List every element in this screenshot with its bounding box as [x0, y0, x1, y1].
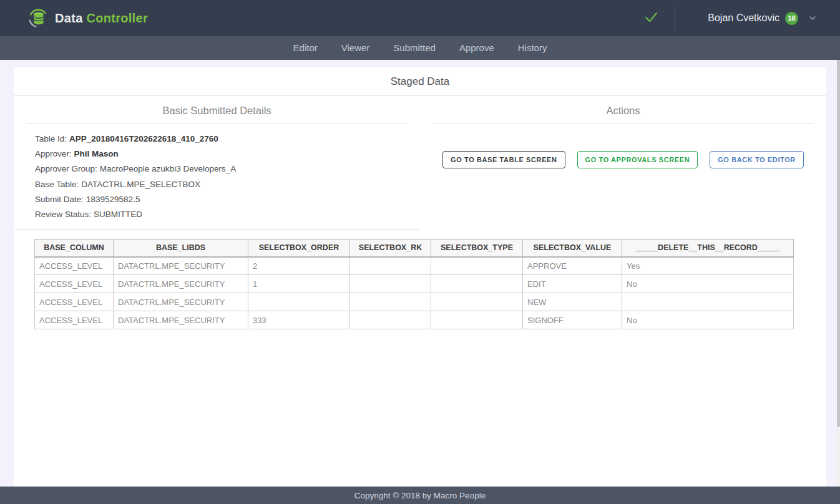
table-row: ACCESS_LEVEL DATACTRL.MPE_SECURITY 2 APP…	[35, 257, 794, 275]
staged-data-card: Staged Data Basic Submitted Details Tabl…	[14, 67, 826, 487]
nav-item-viewer[interactable]: Viewer	[330, 36, 382, 60]
app-header: Data Controller Bojan Cvetkovic 18	[0, 0, 840, 36]
actions-buttons: GO TO BASE TABLE SCREEN GO TO APPROVALS …	[420, 151, 826, 168]
column-header-selectbox-type: SELECTBOX_TYPE	[431, 240, 523, 257]
app-logo[interactable]: Data Controller	[27, 7, 148, 29]
column-header-delete-record: _____DELETE__THIS__RECORD_____	[622, 240, 794, 257]
table-cell: ACCESS_LEVEL	[35, 293, 114, 311]
column-header-base-column: BASE_COLUMN	[35, 240, 114, 257]
table-cell: EDIT	[523, 275, 622, 293]
grid-header-row: BASE_COLUMN BASE_LIBDS SELECTBOX_ORDER S…	[35, 240, 794, 257]
nav-item-approve[interactable]: Approve	[447, 36, 506, 60]
details-section-rule	[26, 123, 408, 124]
column-header-selectbox-order: SELECTBOX_ORDER	[248, 240, 350, 257]
detail-value: Phil Mason	[74, 149, 119, 158]
table-cell: DATACTRL.MPE_SECURITY	[114, 275, 248, 293]
content-area: Staged Data Basic Submitted Details Tabl…	[0, 60, 840, 487]
detail-label: Approver:	[35, 149, 72, 158]
table-cell: DATACTRL.MPE_SECURITY	[114, 293, 248, 311]
nav-item-editor[interactable]: Editor	[281, 36, 330, 60]
table-cell	[431, 311, 523, 329]
user-name: Bojan Cvetkovic	[708, 12, 779, 24]
actions-section-title: Actions	[420, 105, 826, 117]
header-divider	[675, 6, 675, 30]
table-cell: DATACTRL.MPE_SECURITY	[114, 257, 248, 275]
detail-label: Approver Group:	[35, 164, 97, 173]
table-cell: APPROVE	[523, 257, 622, 275]
detail-label: Base Table:	[35, 180, 79, 189]
table-cell	[622, 293, 794, 311]
table-cell	[431, 275, 523, 293]
table-cell: 2	[248, 257, 350, 275]
detail-value: SUBMITTED	[94, 210, 142, 219]
basic-details-section: Basic Submitted Details Table Id:APP_201…	[14, 96, 420, 230]
table-cell: ACCESS_LEVEL	[35, 311, 114, 329]
column-header-selectbox-rk: SELECTBOX_RK	[350, 240, 431, 257]
table-row: ACCESS_LEVEL DATACTRL.MPE_SECURITY NEW	[35, 293, 794, 311]
page-title: Staged Data	[14, 67, 826, 96]
main-nav: Editor Viewer Submitted Approve History	[0, 36, 840, 60]
go-to-base-table-button[interactable]: GO TO BASE TABLE SCREEN	[442, 151, 565, 168]
detail-row-approver-group: Approver Group:MacroPeople azukbi3 Devel…	[35, 162, 420, 177]
go-back-to-editor-button[interactable]: GO BACK TO EDITOR	[710, 151, 804, 168]
details-section-title: Basic Submitted Details	[14, 105, 420, 117]
detail-value: 1839529582.5	[86, 195, 140, 204]
table-cell: NEW	[523, 293, 622, 311]
actions-section: Actions GO TO BASE TABLE SCREEN GO TO AP…	[420, 96, 826, 230]
table-cell	[350, 275, 431, 293]
table-cell: No	[622, 275, 794, 293]
table-cell: 333	[248, 311, 350, 329]
app-title: Data Controller	[55, 11, 148, 26]
table-row: ACCESS_LEVEL DATACTRL.MPE_SECURITY 333 S…	[35, 311, 794, 329]
table-cell: 1	[248, 275, 350, 293]
detail-row-table-id: Table Id:APP_20180416T202622618_410_2760	[35, 132, 420, 147]
scrollbar-thumb[interactable]	[837, 60, 840, 427]
actions-section-rule	[432, 123, 814, 124]
detail-row-submit-date: Submit Date:1839529582.5	[35, 192, 420, 207]
table-cell: Yes	[622, 257, 794, 275]
table-cell: SIGNOFF	[523, 311, 622, 329]
column-header-base-libds: BASE_LIBDS	[114, 240, 248, 257]
detail-row-approver: Approver:Phil Mason	[35, 147, 420, 162]
table-cell	[350, 257, 431, 275]
table-cell: ACCESS_LEVEL	[35, 257, 114, 275]
table-cell	[431, 257, 523, 275]
detail-value: MacroPeople azukbi3 Developers_A	[100, 164, 236, 173]
details-list: Table Id:APP_20180416T202622618_410_2760…	[35, 132, 420, 222]
table-cell	[350, 311, 431, 329]
detail-value: DATACTRL.MPE_SELECTBOX	[81, 180, 200, 189]
detail-value: APP_20180416T202622618_410_2760	[69, 134, 218, 143]
table-row: ACCESS_LEVEL DATACTRL.MPE_SECURITY 1 EDI…	[35, 275, 794, 293]
database-logo-icon	[27, 7, 49, 29]
table-cell	[350, 293, 431, 311]
table-cell: ACCESS_LEVEL	[35, 275, 114, 293]
table-cell: No	[622, 311, 794, 329]
vertical-scrollbar[interactable]	[837, 60, 840, 487]
detail-row-review-status: Review Status:SUBMITTED	[35, 207, 420, 222]
column-header-selectbox-value: SELECTBOX_VALUE	[523, 240, 622, 257]
table-cell	[431, 293, 523, 311]
detail-label: Review Status:	[35, 210, 91, 219]
user-badge: 18	[785, 12, 798, 25]
chevron-down-icon	[808, 13, 818, 23]
copyright-text: Copyright © 2018 by Macro People	[354, 491, 486, 500]
go-to-approvals-button[interactable]: GO TO APPROVALS SCREEN	[577, 151, 698, 168]
detail-label: Table Id:	[35, 134, 67, 143]
app-footer: Copyright © 2018 by Macro People	[0, 487, 840, 504]
table-cell: DATACTRL.MPE_SECURITY	[114, 311, 248, 329]
nav-item-history[interactable]: History	[506, 36, 559, 60]
staged-data-grid: BASE_COLUMN BASE_LIBDS SELECTBOX_ORDER S…	[34, 239, 826, 329]
table-cell	[248, 293, 350, 311]
detail-row-base-table: Base Table:DATACTRL.MPE_SELECTBOX	[35, 177, 420, 192]
nav-item-submitted[interactable]: Submitted	[381, 36, 447, 60]
user-menu[interactable]: Bojan Cvetkovic 18	[689, 12, 818, 25]
detail-label: Submit Date:	[35, 195, 84, 204]
check-icon[interactable]	[636, 6, 666, 31]
